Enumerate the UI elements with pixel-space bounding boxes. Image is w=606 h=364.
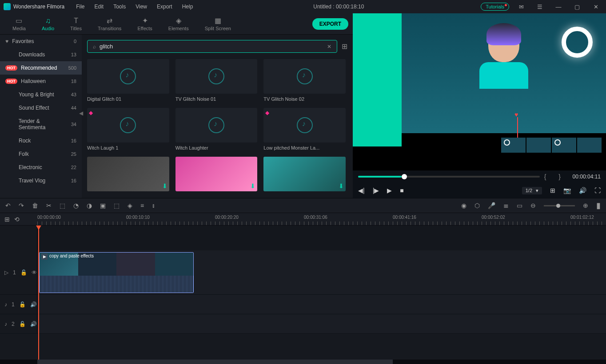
- menu-tools[interactable]: Tools: [110, 3, 129, 11]
- sidebar-item-sound-effect[interactable]: Sound Effect44: [0, 101, 82, 115]
- mixer-icon[interactable]: ≣: [503, 202, 509, 209]
- sidebar-item-rock[interactable]: Rock16: [0, 134, 82, 147]
- result-card[interactable]: TV Glitch Noise 01: [175, 59, 258, 102]
- preview-viewport[interactable]: [353, 13, 606, 170]
- menu-view[interactable]: View: [132, 3, 151, 11]
- redo-icon[interactable]: ↷: [19, 202, 24, 209]
- snap-icon[interactable]: ▭: [517, 202, 522, 209]
- tab-transitions[interactable]: ⇄Transitions: [90, 15, 129, 33]
- audio-sync-icon[interactable]: ⫾: [152, 202, 155, 209]
- tab-effects[interactable]: ✦Effects: [129, 15, 160, 33]
- audio-track-1-lane[interactable]: [37, 295, 606, 314]
- result-card[interactable]: Digital Glitch 01: [87, 59, 169, 102]
- sidebar-item-young-bright[interactable]: Young & Bright43: [0, 88, 82, 101]
- mute-icon[interactable]: 🔊: [30, 321, 37, 327]
- scrub-track[interactable]: [358, 176, 540, 178]
- download-icon[interactable]: ⬇: [162, 182, 167, 190]
- sidebar-item-recommended[interactable]: HOTRecommended500: [0, 61, 82, 75]
- crop-icon[interactable]: ⬚: [60, 202, 65, 209]
- next-frame-icon[interactable]: |▶: [373, 187, 379, 194]
- sidebar-item-travel-vlog[interactable]: Travel Vlog16: [0, 174, 82, 187]
- undo-icon[interactable]: ↶: [5, 202, 11, 209]
- green-screen-icon[interactable]: ▣: [100, 202, 106, 209]
- grid-view-icon[interactable]: ⊞: [342, 42, 347, 51]
- keyframe-icon[interactable]: ◈: [128, 202, 132, 209]
- result-card[interactable]: ⬇: [175, 157, 258, 191]
- mute-icon[interactable]: 🔊: [30, 301, 37, 308]
- timeline-ruler[interactable]: 00:00:00:0000:00:10:1000:00:20:2000:00:3…: [37, 213, 606, 225]
- zoom-in-icon[interactable]: ⊕: [583, 202, 588, 209]
- delete-icon[interactable]: 🗑: [32, 202, 38, 209]
- timeline-scrollbar[interactable]: [0, 360, 606, 364]
- mark-out-icon[interactable]: }: [558, 173, 561, 180]
- clear-search-icon[interactable]: ✕: [325, 44, 333, 50]
- sidebar-item-folk[interactable]: Folk25: [0, 147, 82, 161]
- detach-icon[interactable]: ⬚: [114, 202, 120, 209]
- close-button[interactable]: ✕: [589, 4, 602, 10]
- mark-in-icon[interactable]: {: [544, 173, 546, 180]
- search-input[interactable]: [98, 42, 325, 51]
- collapse-sidebar-icon[interactable]: ◀: [79, 110, 83, 116]
- download-icon[interactable]: ⬇: [250, 182, 255, 190]
- result-card[interactable]: ⬇: [263, 157, 346, 191]
- lock-icon[interactable]: 🔓: [19, 301, 26, 308]
- zoom-ratio-select[interactable]: 1/2▾: [522, 187, 542, 194]
- marker-tool-icon[interactable]: ⬡: [474, 202, 480, 209]
- result-card[interactable]: Witch Laughter: [175, 108, 258, 150]
- tab-titles[interactable]: TTitles: [62, 15, 90, 33]
- sidebar-item-tender-sentimenta[interactable]: Tender & Sentimenta34: [0, 115, 82, 134]
- speed-icon[interactable]: ◔: [73, 202, 79, 209]
- sidebar-item-electronic[interactable]: Electronic22: [0, 161, 82, 174]
- video-clip[interactable]: ▶ copy and paste effects: [39, 252, 194, 293]
- menu-help[interactable]: Help: [179, 3, 197, 11]
- snapshot-icon[interactable]: 📷: [563, 187, 571, 194]
- ruler-timecode: 00:00:31:06: [304, 215, 327, 220]
- color-icon[interactable]: ◑: [87, 202, 92, 209]
- export-button[interactable]: EXPORT: [312, 18, 348, 30]
- zoom-out-icon[interactable]: ⊖: [530, 202, 536, 209]
- menu-export[interactable]: Export: [153, 3, 176, 11]
- fit-icon[interactable]: ▮: [596, 201, 601, 210]
- video-track-1-lane[interactable]: ▶ copy and paste effects: [37, 250, 606, 294]
- playhead[interactable]: [38, 226, 39, 360]
- result-card[interactable]: TV Glitch Noise 02: [263, 59, 346, 102]
- tab-elements[interactable]: ◈Elements: [160, 15, 197, 33]
- timeline-tracks: ▷1 🔓 👁 ▶ copy and paste effects ♪1 🔓 🔊: [0, 226, 606, 360]
- result-card[interactable]: ◆Low pitched Monster La...: [263, 108, 346, 150]
- sidebar-item-downloads[interactable]: Downloads13: [0, 48, 82, 61]
- tab-audio[interactable]: ♫Audio: [34, 15, 62, 33]
- render-icon[interactable]: ◉: [461, 202, 466, 209]
- split-icon[interactable]: ✂: [46, 202, 52, 209]
- record-icon[interactable]: 🎤: [488, 202, 495, 209]
- display-icon[interactable]: ⊞: [550, 187, 555, 194]
- maximize-button[interactable]: ▢: [570, 4, 584, 10]
- lock-icon[interactable]: 🔓: [19, 321, 26, 327]
- zoom-slider[interactable]: [544, 205, 575, 206]
- menu-file[interactable]: File: [72, 3, 88, 11]
- result-card[interactable]: ⬇: [87, 157, 169, 191]
- adjust-icon[interactable]: ≡: [140, 202, 144, 209]
- stop-icon[interactable]: ■: [400, 187, 403, 194]
- sidebar-item-halloween[interactable]: HOTHalloween18: [0, 75, 82, 88]
- minimize-button[interactable]: —: [552, 4, 565, 10]
- play-icon[interactable]: ▶: [387, 187, 392, 194]
- sidebar-item-favorites[interactable]: ♥Favorites0: [0, 35, 82, 48]
- tutorials-button[interactable]: Tutorials: [481, 3, 509, 11]
- timeline-options-icon[interactable]: ⊞: [4, 216, 10, 223]
- fullscreen-icon[interactable]: ⛶: [594, 187, 601, 194]
- audio-track-2-lane[interactable]: [37, 314, 606, 333]
- tab-media[interactable]: ▭Media: [4, 15, 34, 33]
- scrub-handle[interactable]: [402, 174, 407, 179]
- messages-icon[interactable]: ✉: [514, 4, 528, 10]
- lock-icon[interactable]: 🔓: [20, 269, 27, 276]
- link-icon[interactable]: ⟲: [14, 216, 20, 223]
- visibility-icon[interactable]: 👁: [32, 269, 37, 276]
- prev-frame-icon[interactable]: ◀|: [358, 187, 365, 194]
- list-icon[interactable]: ☰: [533, 4, 546, 10]
- hot-badge: HOT: [5, 65, 17, 71]
- volume-icon[interactable]: 🔊: [579, 187, 586, 194]
- download-icon[interactable]: ⬇: [339, 182, 344, 190]
- menu-edit[interactable]: Edit: [91, 3, 108, 11]
- result-card[interactable]: ◆Witch Laugh 1: [87, 108, 169, 150]
- tab-splitscreen[interactable]: ▦Split Screen: [197, 15, 239, 33]
